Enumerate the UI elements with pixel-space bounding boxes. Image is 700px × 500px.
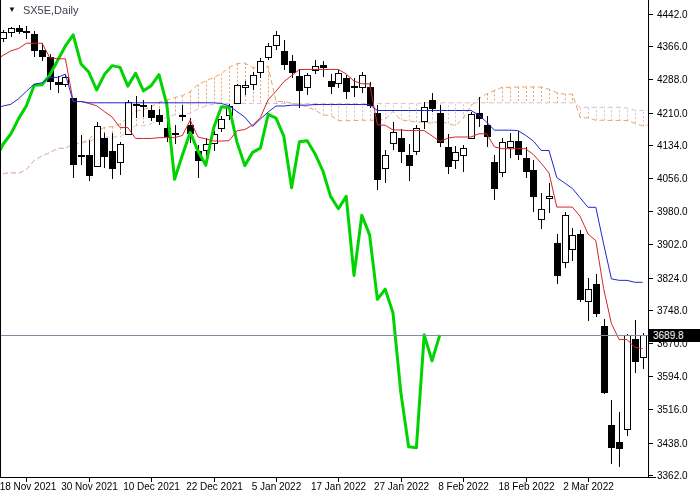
date-axis-label: 27 Jan 2022 — [374, 481, 429, 492]
date-axis-label: 8 Feb 2022 — [438, 481, 489, 492]
symbol-dropdown-icon[interactable]: ▼ — [8, 6, 16, 14]
price-axis-label: 3438.0 — [657, 438, 688, 449]
date-axis-label: 17 Jan 2022 — [311, 481, 366, 492]
price-axis-label: 3980.0 — [657, 206, 688, 217]
price-axis-label: 4442.0 — [657, 9, 688, 20]
price-axis-label: 4366.0 — [657, 41, 688, 52]
symbol-label-text: SX5E,Daily — [23, 4, 79, 16]
symbol-label: ▼ SX5E,Daily — [8, 4, 79, 16]
chart-window: ▼ SX5E,Daily 4442.04366.04288.04210.0413… — [0, 0, 700, 500]
price-axis-label: 3594.0 — [657, 371, 688, 382]
price-axis-label: 4056.0 — [657, 173, 688, 184]
date-axis-label: 30 Nov 2021 — [61, 481, 118, 492]
date-axis-label: 18 Nov 2021 — [0, 481, 56, 492]
price-axis-label: 3362.0 — [657, 470, 688, 481]
current-price-tag: 3689.8 — [649, 329, 700, 342]
price-axis-label: 4210.0 — [657, 108, 688, 119]
date-axis-label: 22 Dec 2021 — [186, 481, 243, 492]
price-axis-label: 3824.0 — [657, 273, 688, 284]
date-axis-label: 10 Dec 2021 — [123, 481, 180, 492]
price-axis-label: 4288.0 — [657, 74, 688, 85]
price-axis-label: 3748.0 — [657, 305, 688, 316]
date-axis-label: 2 Mar 2022 — [563, 481, 614, 492]
price-axis-label: 3902.0 — [657, 239, 688, 250]
price-axis-label: 3516.0 — [657, 404, 688, 415]
date-axis-label: 5 Jan 2022 — [252, 481, 302, 492]
chart-canvas[interactable] — [0, 0, 700, 500]
date-axis-label: 18 Feb 2022 — [498, 481, 554, 492]
price-axis-label: 4134.0 — [657, 140, 688, 151]
